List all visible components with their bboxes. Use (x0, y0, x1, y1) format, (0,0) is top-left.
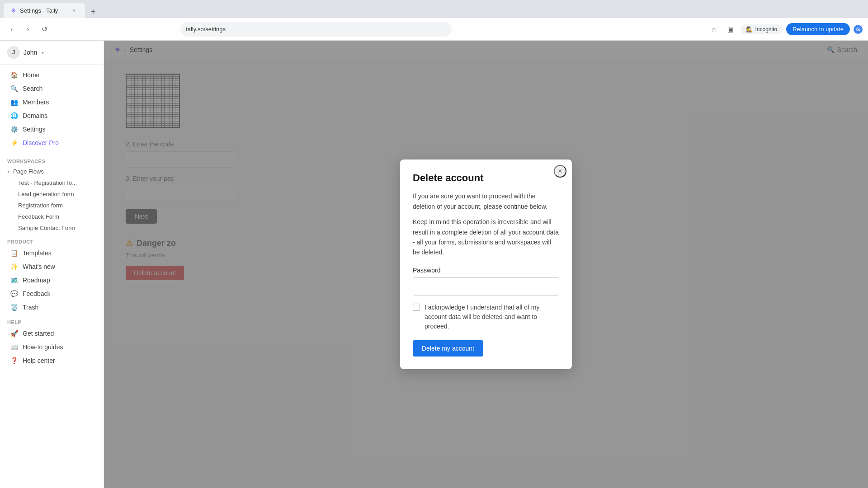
modal-title: Delete account (413, 172, 559, 184)
reload-button[interactable]: ↺ (38, 23, 51, 36)
sidebar-item-search[interactable]: 🔍 Search (3, 82, 101, 95)
sidebar-item-label: Settings (23, 126, 46, 133)
sidebar-toggle-button[interactable]: ▣ (724, 23, 737, 36)
product-section-label: Product (0, 234, 104, 246)
help-center-icon: ❓ (10, 357, 18, 364)
sidebar: J John ▾ 🏠 Home 🔍 Search 👥 Members (0, 41, 104, 488)
password-field-label: Password (413, 267, 559, 274)
tab-favicon: ✳ (11, 7, 16, 14)
workspace-sub-item[interactable]: Sample Contact Form (0, 222, 104, 234)
whats-new-icon: ✨ (10, 263, 18, 270)
sidebar-item-settings[interactable]: ⚙️ Settings (3, 122, 101, 136)
tab-close-button[interactable]: × (71, 7, 78, 14)
browser-tab[interactable]: ✳ Settings - Tally × (4, 3, 85, 18)
workspace-sub-item[interactable]: Lead generation form (0, 188, 104, 200)
modal-warning-text: Keep in mind this operation is irreversi… (413, 217, 559, 258)
new-tab-button[interactable]: + (87, 5, 99, 18)
workspace-sub-item[interactable]: Test - Registration fo... (0, 177, 104, 188)
incognito-button[interactable]: 🕵 Incognito (741, 24, 783, 34)
tab-title: Settings - Tally (20, 7, 58, 14)
avatar: J (7, 46, 20, 59)
feedback-icon: 💬 (10, 290, 18, 297)
members-icon: 👥 (10, 99, 18, 106)
delete-my-account-button[interactable]: Delete my account (413, 340, 483, 357)
address-bar: ‹ › ↺ tally.so/settings ☆ ▣ 🕵 Incognito … (0, 18, 868, 41)
modal-overlay[interactable]: × Delete account If you are sure you wan… (104, 41, 868, 488)
sidebar-item-label: Discover Pro (23, 139, 59, 146)
search-icon: 🔍 (10, 85, 18, 92)
modal-close-button[interactable]: × (554, 165, 566, 178)
url-text: tally.so/settings (186, 26, 226, 33)
get-started-icon: 🚀 (10, 330, 18, 337)
url-input[interactable]: tally.so/settings (180, 22, 452, 37)
sidebar-item-feedback[interactable]: 💬 Feedback (3, 287, 101, 300)
user-menu[interactable]: J John ▾ (0, 41, 104, 65)
acknowledge-row: I acknowledge I understand that all of m… (413, 303, 559, 331)
trash-icon: 🗑️ (10, 304, 18, 311)
workspace-sub-item[interactable]: Feedback Form (0, 211, 104, 222)
sidebar-item-help-center[interactable]: ❓ Help center (3, 354, 101, 367)
chevron-down-icon: ▾ (7, 169, 9, 174)
sidebar-item-label: Help center (23, 357, 55, 364)
relaunch-update-button[interactable]: Relaunch to update (786, 23, 850, 35)
acknowledge-checkbox[interactable] (413, 304, 420, 311)
discover-pro-icon: ⚡ (10, 139, 18, 146)
settings-icon: ⚙️ (10, 126, 18, 133)
sidebar-item-trash[interactable]: 🗑️ Trash (3, 300, 101, 314)
domains-icon: 🌐 (10, 112, 18, 119)
workspace-sub-item[interactable]: Registration form (0, 200, 104, 211)
sidebar-item-label: Domains (23, 112, 47, 119)
user-name-label: John (24, 49, 37, 56)
main-nav: 🏠 Home 🔍 Search 👥 Members 🌐 Domains ⚙️ (0, 65, 104, 153)
templates-icon: 📋 (10, 249, 18, 257)
google-account-icon[interactable]: G (854, 25, 863, 34)
sidebar-item-label: Members (23, 99, 49, 106)
forward-button[interactable]: › (22, 23, 34, 36)
sidebar-item-label: Home (23, 71, 39, 79)
sidebar-item-get-started[interactable]: 🚀 Get started (3, 327, 101, 340)
sidebar-item-label: Roadmap (23, 277, 50, 284)
chevron-down-icon: ▾ (42, 50, 44, 55)
sidebar-item-how-to-guides[interactable]: 📖 How-to guides (3, 340, 101, 354)
sidebar-item-whats-new[interactable]: ✨ What's new (3, 260, 101, 273)
password-input[interactable] (413, 277, 559, 296)
incognito-label: Incognito (755, 26, 778, 33)
help-section-label: Help (0, 314, 104, 327)
how-to-icon: 📖 (10, 343, 18, 351)
sidebar-item-label: Feedback (23, 290, 50, 297)
page-content: ✳ › Settings 🔍 Search 2. Enter the code (104, 41, 868, 488)
sidebar-item-label: How-to guides (23, 343, 63, 351)
acknowledge-label: I acknowledge I understand that all of m… (425, 303, 559, 331)
back-button[interactable]: ‹ (5, 23, 18, 36)
incognito-icon: 🕵 (746, 26, 753, 33)
sidebar-item-members[interactable]: 👥 Members (3, 95, 101, 109)
sidebar-item-templates[interactable]: 📋 Templates (3, 246, 101, 260)
sidebar-item-home[interactable]: 🏠 Home (3, 68, 101, 82)
workspace-name: Page Flows (13, 168, 44, 175)
sidebar-item-label: Templates (23, 249, 52, 257)
sidebar-item-discover-pro[interactable]: ⚡ Discover Pro (3, 136, 101, 150)
sidebar-item-domains[interactable]: 🌐 Domains (3, 109, 101, 122)
home-icon: 🏠 (10, 71, 18, 79)
roadmap-icon: 🗺️ (10, 277, 18, 284)
sidebar-item-label: Trash (23, 304, 38, 311)
bookmark-button[interactable]: ☆ (708, 23, 721, 36)
workspaces-section-label: Workspaces (0, 153, 104, 166)
sidebar-item-label: What's new (23, 263, 55, 270)
modal-description: If you are sure you want to proceed with… (413, 191, 559, 211)
workspace-page-flows[interactable]: ▾ Page Flows (0, 166, 104, 177)
sidebar-item-label: Get started (23, 330, 54, 337)
sidebar-item-label: Search (23, 85, 42, 92)
delete-account-modal: × Delete account If you are sure you wan… (400, 160, 572, 369)
sidebar-item-roadmap[interactable]: 🗺️ Roadmap (3, 273, 101, 287)
